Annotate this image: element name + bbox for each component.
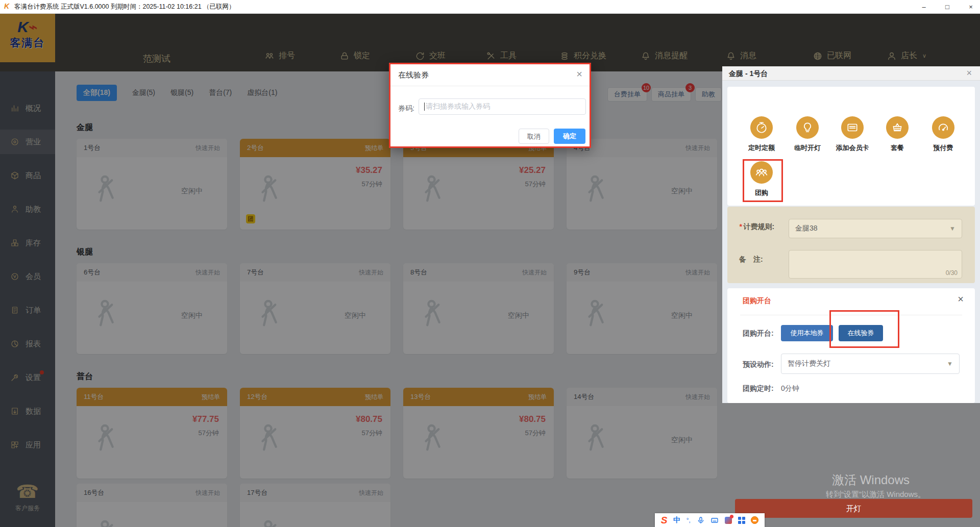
drawer-close-icon[interactable]: ×: [966, 66, 972, 80]
text-caret: [424, 103, 425, 111]
billing-card: *计费规则: 金腿38 ▼ 备 注: 0/30: [727, 207, 975, 283]
chevron-down-icon: ▼: [949, 225, 955, 232]
dialog-close-icon[interactable]: ×: [576, 68, 582, 80]
app-grid-icon[interactable]: [738, 517, 745, 524]
drawer-actions-card: 定时定额临时开灯添加会员卡套餐预付费团购: [727, 87, 975, 206]
billing-rule-label: *计费规则:: [739, 222, 774, 232]
app-icon: K: [4, 2, 9, 10]
microphone-icon[interactable]: [697, 516, 705, 524]
groupon-title: 团购开台: [743, 296, 771, 306]
drawer-action-套餐[interactable]: 套餐: [874, 116, 920, 153]
basket-icon: [891, 121, 904, 134]
preset-action-value: 暂停计费关灯: [788, 359, 830, 368]
windows-taskbar-tray: S 中 °,: [655, 513, 765, 527]
notification-dot: [730, 515, 733, 518]
confirm-button[interactable]: 确定: [554, 129, 585, 144]
preset-action-label: 预设动作:: [743, 360, 774, 369]
action-circle: [932, 116, 954, 139]
app-window: K 客满台计费系统 正式版V1.6.0000 到期时间：2025-11-02 1…: [0, 0, 980, 527]
remark-label: 备 注:: [739, 255, 763, 264]
groupon-card: 团购开台 × 团购开台: 使用本地券 在线验券 预设动作: 暂停计费关灯 ▼ 团…: [727, 288, 975, 403]
action-label: 预付费: [920, 143, 966, 153]
close-button[interactable]: ×: [967, 3, 975, 11]
timer-icon: [755, 121, 768, 134]
drawer-header: 金腿 - 1号台 ×: [722, 66, 980, 81]
drawer-action-临时开灯[interactable]: 临时开灯: [785, 116, 830, 153]
billing-rule-value: 金腿38: [795, 224, 818, 233]
group-icon: [755, 166, 768, 179]
emoji-app-icon[interactable]: [751, 516, 758, 524]
punctuation-icon[interactable]: °,: [687, 517, 691, 524]
windows-activation-watermark: 激活 Windows: [832, 472, 910, 488]
use-local-voucher-button[interactable]: 使用本地券: [781, 325, 833, 341]
action-circle: [750, 116, 773, 139]
remark-textarea[interactable]: 0/30: [789, 250, 962, 279]
windows-activation-hint: 转到“设置”以激活 Windows。: [826, 490, 925, 499]
drawer-action-预付费[interactable]: 预付费: [920, 116, 966, 153]
remark-counter: 0/30: [946, 269, 958, 277]
divider: [390, 86, 590, 86]
maximize-button[interactable]: □: [943, 3, 951, 11]
groupon-timer-label: 团购定时:: [743, 384, 774, 393]
drawer-title: 金腿 - 1号台: [729, 66, 768, 81]
billing-rule-select[interactable]: 金腿38 ▼: [789, 219, 962, 238]
preset-action-select[interactable]: 暂停计费关灯 ▼: [781, 354, 960, 374]
keyboard-icon[interactable]: [710, 516, 719, 524]
online-verify-voucher-button[interactable]: 在线验券: [839, 325, 883, 341]
voucher-code-label: 券码:: [398, 104, 414, 113]
chevron-down-icon: ▼: [947, 360, 953, 367]
input-placeholder: 请扫描券或输入券码: [426, 102, 490, 111]
action-circle: [750, 161, 773, 184]
window-title: 客满台计费系统 正式版V1.6.0000 到期时间：2025-11-02 10:…: [14, 0, 235, 14]
groupon-row-label: 团购开台:: [743, 329, 774, 338]
action-label: 套餐: [874, 143, 920, 153]
ime-chinese-icon[interactable]: 中: [673, 516, 680, 525]
groupon-timer-value: 0分钟: [781, 384, 799, 393]
online-voucher-dialog: 在线验券 × 券码: 请扫描券或输入券码 取消 确定: [389, 63, 591, 148]
action-label: 临时开灯: [785, 143, 830, 153]
action-label: 添加会员卡: [829, 143, 875, 153]
action-circle: [886, 116, 909, 139]
turn-on-light-button[interactable]: 开灯: [735, 499, 972, 518]
title-bar: K 客满台计费系统 正式版V1.6.0000 到期时间：2025-11-02 1…: [0, 0, 980, 14]
divider: [740, 315, 962, 315]
groupon-close-icon[interactable]: ×: [958, 293, 964, 305]
voucher-code-input[interactable]: 请扫描券或输入券码: [419, 98, 586, 115]
table-drawer: 金腿 - 1号台 × 定时定额临时开灯添加会员卡套餐预付费团购 *计费规则: 金…: [722, 66, 980, 527]
action-label: 团购: [739, 188, 785, 197]
minimize-button[interactable]: –: [920, 3, 928, 11]
action-circle: [796, 116, 819, 139]
drawer-action-添加会员卡[interactable]: 添加会员卡: [829, 116, 875, 153]
gauge-icon: [937, 121, 950, 134]
sogou-icon[interactable]: S: [661, 515, 668, 526]
drawer-action-定时定额[interactable]: 定时定额: [739, 116, 785, 153]
memcard-icon: [846, 121, 859, 134]
cancel-button[interactable]: 取消: [519, 129, 549, 144]
drawer-action-团购[interactable]: 团购: [739, 161, 785, 197]
app-tray-icon[interactable]: [725, 517, 732, 524]
action-circle: [841, 116, 864, 139]
action-label: 定时定额: [739, 143, 785, 153]
required-asterisk: *: [739, 222, 742, 231]
bulb-icon: [801, 121, 814, 134]
dialog-title: 在线验券: [398, 70, 429, 80]
